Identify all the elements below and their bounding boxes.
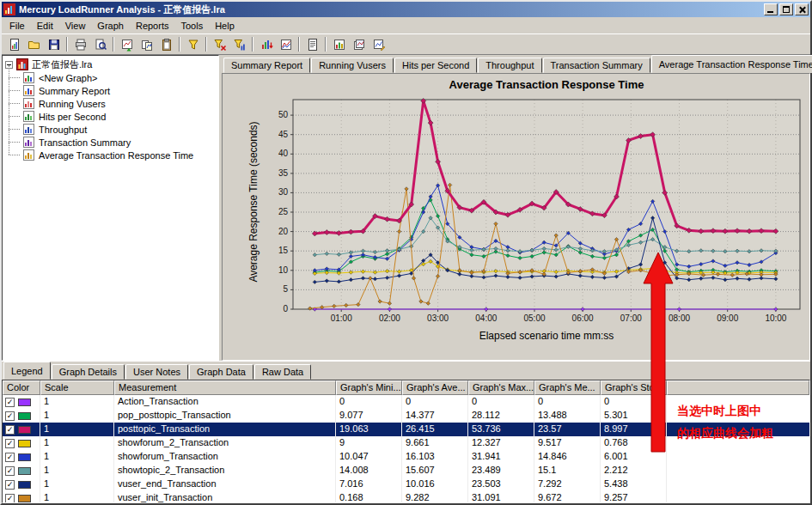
legend-color-cell: ✓	[3, 464, 40, 478]
tab-summary-report[interactable]: Summary Report	[223, 58, 310, 73]
window-title: Mercury LoadRunner Analysis - 正常值报告.lra	[19, 3, 764, 16]
svg-text:40: 40	[278, 149, 289, 158]
bar-chart-icon	[333, 38, 346, 52]
column-header-graph-s-max[interactable]: Graph's Max...	[468, 380, 534, 395]
set-filter-button[interactable]	[183, 35, 203, 53]
new-graph-button[interactable]	[4, 35, 24, 53]
menu-help[interactable]: Help	[209, 19, 241, 33]
toolbar	[2, 34, 810, 55]
column-header-color[interactable]: Color	[3, 380, 40, 395]
graph-icon	[23, 137, 35, 149]
drill-down-button[interactable]	[256, 35, 276, 53]
column-header-graph-s-ave[interactable]: Graph's Ave...	[402, 380, 468, 395]
copy-button[interactable]	[156, 35, 176, 53]
menu-reports[interactable]: Reports	[130, 19, 175, 33]
legend-row-showforum-2-transaction[interactable]: ✓1showforum_2_Transaction99.66112.3279.5…	[3, 436, 809, 450]
legend-std-cell: 5.301	[601, 409, 667, 423]
legend-measurement-cell: vuser_init_Transaction	[114, 491, 336, 503]
toolbar-separator	[113, 37, 114, 52]
svg-text:09:00: 09:00	[717, 313, 738, 323]
chart-title: Average Transaction Response Time	[293, 78, 800, 91]
tab-average-transaction-response-time[interactable]: Average Transaction Response Time	[651, 55, 812, 73]
legend-avg-cell: 14.377	[402, 409, 468, 423]
print-button[interactable]	[70, 35, 90, 53]
column-header-scale[interactable]: Scale	[40, 380, 114, 395]
auto-correlate-button[interactable]	[276, 35, 296, 53]
menu-edit[interactable]: Edit	[31, 19, 59, 33]
legend-row-action-transaction[interactable]: ✓1Action_Transaction00000	[3, 395, 809, 409]
menu-view[interactable]: View	[59, 19, 92, 33]
x-axis-label: Elapsed scenario time mm:ss	[293, 330, 800, 342]
tab-raw-data[interactable]: Raw Data	[254, 364, 311, 380]
checkbox[interactable]: ✓	[5, 425, 15, 435]
open-file-button[interactable]	[24, 35, 44, 53]
tree-item-throughput[interactable]: Throughput	[3, 123, 218, 136]
tab-hits-per-second[interactable]: Hits per Second	[394, 58, 477, 73]
legend-measurement-cell: posttopic_Transaction	[114, 423, 336, 436]
legend-row-showforum-transaction[interactable]: ✓1showforum_Transaction10.04716.10331.94…	[3, 450, 809, 464]
column-header-graph-s-me[interactable]: Graph's Me...	[534, 380, 601, 395]
legend-max-cell: 53.736	[468, 423, 534, 436]
save-button[interactable]	[44, 35, 64, 53]
tab-running-vusers[interactable]: Running Vusers	[311, 58, 394, 73]
menu-tools[interactable]: Tools	[174, 19, 209, 33]
checkbox[interactable]: ✓	[5, 411, 15, 421]
tree-item-transaction-summary[interactable]: Transaction Summary	[3, 136, 218, 149]
legend-scale-cell: 1	[40, 464, 114, 478]
print-preview-button[interactable]	[90, 35, 110, 53]
global-filter-button[interactable]	[229, 35, 249, 53]
tab-graph-details[interactable]: Graph Details	[52, 364, 125, 380]
clear-filter-button[interactable]	[210, 35, 229, 53]
legend-row-vuser-end-transaction[interactable]: ✓1vuser_end_Transaction7.01610.01623.503…	[3, 478, 809, 491]
tree-item-average-transaction-response-time[interactable]: Average Transaction Response Time	[3, 149, 218, 161]
overlay-graphs-button[interactable]	[349, 35, 369, 53]
tree-item-hits-per-second[interactable]: Hits per Second	[3, 110, 218, 123]
menu-file[interactable]: File	[3, 19, 31, 33]
svg-text:03:00: 03:00	[427, 313, 449, 323]
legend-row-posttopic-transaction[interactable]: ✓1posttopic_Transaction19.06326.41553.73…	[3, 423, 809, 436]
response-time-chart[interactable]: 0510152025303540455001:0002:0003:0004:00…	[223, 74, 811, 362]
tab-legend[interactable]: Legend	[3, 362, 51, 380]
analysis-report-button[interactable]	[302, 35, 322, 53]
checkbox[interactable]: ✓	[5, 398, 15, 407]
tree-item-summary-report[interactable]: Summary Report	[3, 84, 218, 97]
tab-graph-data[interactable]: Graph Data	[189, 364, 253, 380]
tab-transaction-summary[interactable]: Transaction Summary	[543, 58, 650, 73]
tab-throughput[interactable]: Throughput	[478, 58, 541, 73]
copy-icon	[160, 38, 174, 52]
checkbox[interactable]: ✓	[5, 453, 15, 462]
close-button[interactable]	[795, 3, 809, 15]
column-header-filler	[667, 380, 809, 395]
checkbox[interactable]: ✓	[5, 466, 15, 476]
save-icon	[47, 38, 61, 52]
tree-item-new-graph[interactable]: <New Graph>	[3, 71, 218, 84]
legend-color-cell: ✓	[3, 436, 40, 450]
column-header-graph-s-mini[interactable]: Graph's Mini...	[336, 380, 402, 395]
bar-chart-button[interactable]	[329, 35, 349, 53]
checkbox[interactable]: ✓	[5, 480, 15, 490]
minimize-button[interactable]	[764, 3, 778, 15]
column-header-measurement[interactable]: Measurement	[114, 380, 336, 395]
maximize-button[interactable]	[779, 3, 793, 15]
legend-med-cell: 0	[534, 395, 601, 409]
legend-row-vuser-init-transaction[interactable]: ✓1vuser_init_Transaction0.1689.28231.091…	[3, 491, 809, 503]
legend-row-pop-posttopic-transaction[interactable]: ✓1pop_posttopic_Transaction9.07714.37728…	[3, 409, 809, 423]
tab-user-notes[interactable]: User Notes	[125, 364, 188, 380]
tree-item-label: Running Vusers	[39, 99, 106, 109]
add-graph-button[interactable]	[117, 35, 137, 53]
legend-max-cell: 23.489	[468, 464, 534, 478]
checkbox[interactable]: ✓	[5, 494, 15, 503]
legend-med-cell: 15.1	[534, 464, 601, 478]
tree-item-running-vusers[interactable]: Running Vusers	[3, 97, 218, 110]
title-bar[interactable]: Mercury LoadRunner Analysis - 正常值报告.lra	[2, 2, 810, 17]
column-header-graph-s-std[interactable]: Graph's Std...	[601, 380, 667, 395]
graph-settings-button[interactable]	[369, 35, 388, 53]
color-swatch	[18, 453, 31, 461]
legend-scale-cell: 1	[40, 395, 114, 409]
checkbox[interactable]: ✓	[5, 439, 15, 448]
menu-graph[interactable]: Graph	[91, 19, 130, 33]
legend-row-showtopic-2-transaction[interactable]: ✓1showtopic_2_Transaction14.00815.60723.…	[3, 464, 809, 478]
cross-with-result-button[interactable]	[137, 35, 156, 53]
tree-root-item[interactable]: 正常值报告.lra	[3, 58, 218, 71]
legend-med-cell: 23.57	[534, 423, 601, 436]
